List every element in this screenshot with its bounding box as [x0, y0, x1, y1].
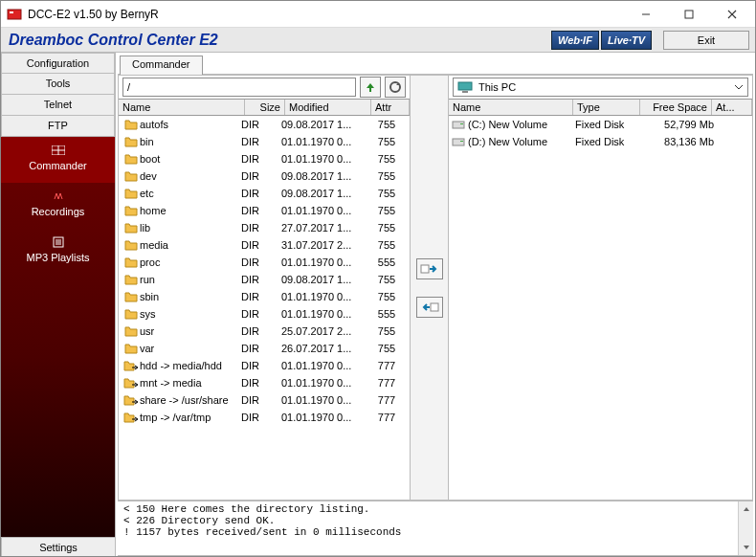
file-size: DIR — [241, 377, 281, 389]
drive-row[interactable]: (D:) New VolumeFixed Disk83,136 Mb — [449, 133, 752, 150]
file-row[interactable]: tmp -> /var/tmpDIR01.01.1970 0...777 — [119, 409, 410, 426]
maximize-button[interactable] — [667, 4, 710, 25]
drive-type: Fixed Disk — [575, 136, 642, 147]
file-row[interactable]: usrDIR25.07.2017 2...755 — [119, 323, 410, 340]
file-modified: 31.07.2017 2... — [281, 239, 367, 251]
app-icon — [7, 7, 22, 22]
file-size: DIR — [241, 412, 281, 423]
drive-row[interactable]: (C:) New VolumeFixed Disk52,799 Mb — [449, 116, 752, 133]
svg-rect-14 — [421, 265, 429, 273]
log-line: < 226 Directory send OK. — [123, 515, 747, 526]
file-name: proc — [140, 256, 241, 268]
file-size: DIR — [241, 153, 281, 165]
remote-list-header: Name Size Modified Attr — [119, 99, 410, 116]
file-size: DIR — [241, 256, 281, 268]
file-name: run — [140, 274, 241, 285]
file-name: var — [140, 343, 241, 354]
file-size: DIR — [241, 394, 281, 406]
file-row[interactable]: mnt -> mediaDIR01.01.1970 0...777 — [119, 374, 410, 391]
folder-icon — [122, 170, 140, 182]
file-attr: 755 — [367, 119, 406, 130]
file-attr: 555 — [367, 256, 406, 268]
col-name[interactable]: Name — [119, 100, 245, 115]
col-name[interactable]: Name — [449, 100, 573, 115]
recordings-icon — [1, 189, 115, 204]
close-button[interactable] — [710, 4, 753, 25]
file-name: home — [140, 205, 241, 216]
scroll-up-icon[interactable] — [739, 501, 753, 517]
pc-icon — [457, 81, 473, 93]
file-name: dev — [140, 170, 241, 182]
file-row[interactable]: sysDIR01.01.1970 0...555 — [119, 305, 410, 323]
file-row[interactable]: hdd -> media/hddDIR01.01.1970 0...777 — [119, 357, 410, 374]
drive-name: (D:) New Volume — [468, 136, 575, 147]
file-attr: 755 — [367, 343, 406, 354]
file-attr: 755 — [367, 188, 406, 199]
livetv-button[interactable]: Live·TV — [601, 31, 652, 50]
file-row[interactable]: varDIR26.07.2017 1...755 — [119, 340, 410, 357]
col-at[interactable]: At... — [712, 100, 752, 115]
sidebar-item-telnet[interactable]: Telnet — [1, 95, 115, 116]
sidebar-item-commander[interactable]: Commander — [1, 137, 115, 183]
file-row[interactable]: homeDIR01.01.1970 0...755 — [119, 202, 410, 219]
sidebar-item-tools[interactable]: Tools — [1, 74, 115, 95]
file-modified: 01.01.1970 0... — [281, 256, 367, 268]
copy-right-button[interactable] — [416, 258, 443, 279]
folder-icon — [122, 119, 140, 130]
file-name: lib — [140, 222, 241, 234]
folder-icon — [122, 274, 140, 285]
file-attr: 777 — [367, 412, 406, 423]
file-row[interactable]: procDIR01.01.1970 0...555 — [119, 254, 410, 271]
file-size: DIR — [241, 188, 281, 199]
file-row[interactable]: mediaDIR31.07.2017 2...755 — [119, 236, 410, 254]
svg-rect-19 — [460, 123, 463, 124]
file-row[interactable]: runDIR09.08.2017 1...755 — [119, 271, 410, 288]
refresh-button[interactable] — [385, 77, 406, 98]
disk-icon — [449, 136, 468, 147]
sidebar-item-ftp[interactable]: FTP — [1, 116, 115, 137]
sidebar-item-recordings[interactable]: Recordings — [1, 183, 115, 229]
file-row[interactable]: etcDIR09.08.2017 1...755 — [119, 185, 410, 202]
file-name: boot — [140, 153, 241, 165]
header: Dreamboc Control Center E2 Web·IF Live·T… — [1, 28, 755, 53]
col-free[interactable]: Free Space — [640, 100, 712, 115]
file-row[interactable]: share -> /usr/shareDIR01.01.1970 0...777 — [119, 391, 410, 409]
col-modified[interactable]: Modified — [285, 100, 371, 115]
file-row[interactable]: libDIR27.07.2017 1...755 — [119, 219, 410, 236]
file-row[interactable]: devDIR09.08.2017 1...755 — [119, 167, 410, 185]
file-size: DIR — [241, 360, 281, 371]
remote-pane: / Name Size Modified Attr autofsDIR09.08… — [119, 76, 411, 500]
window-title: DCC-E2 v1.50 by BernyR — [28, 8, 624, 21]
file-modified: 01.01.1970 0... — [281, 412, 367, 423]
sidebar-item-configuration[interactable]: Configuration — [1, 53, 115, 74]
go-up-button[interactable] — [360, 77, 381, 98]
remote-path-input[interactable]: / — [122, 78, 356, 97]
sidebar-item-label: MP3 Playlists — [26, 252, 89, 263]
sidebar-item-settings[interactable]: Settings — [1, 537, 115, 557]
file-row[interactable]: bootDIR01.01.1970 0...755 — [119, 150, 410, 167]
col-size[interactable]: Size — [245, 100, 285, 115]
file-row[interactable]: binDIR01.01.1970 0...755 — [119, 133, 410, 150]
file-modified: 01.01.1970 0... — [281, 205, 367, 216]
drive-select[interactable]: This PC — [453, 78, 748, 97]
drive-free: 83,136 Mb — [642, 136, 714, 147]
file-row[interactable]: sbinDIR01.01.1970 0...755 — [119, 288, 410, 305]
file-size: DIR — [241, 291, 281, 302]
file-row[interactable]: autofsDIR09.08.2017 1...755 — [119, 116, 410, 133]
tab-commander[interactable]: Commander — [120, 56, 203, 75]
drive-select-label: This PC — [478, 81, 516, 93]
col-attr[interactable]: Attr — [371, 100, 410, 115]
exit-button[interactable]: Exit — [663, 31, 749, 50]
col-type[interactable]: Type — [573, 100, 640, 115]
minimize-button[interactable] — [624, 4, 667, 25]
copy-left-button[interactable] — [416, 297, 443, 318]
local-drive-list[interactable]: (C:) New VolumeFixed Disk52,799 Mb(D:) N… — [449, 116, 752, 500]
svg-rect-17 — [462, 91, 468, 93]
webif-button[interactable]: Web·IF — [551, 31, 599, 50]
scroll-down-icon[interactable] — [739, 540, 753, 555]
sidebar-item-mp3[interactable]: MP3 Playlists — [1, 229, 115, 275]
log-pane: < 150 Here comes the directory listing. … — [118, 501, 753, 556]
file-attr: 555 — [367, 308, 406, 320]
log-scrollbar[interactable] — [738, 501, 753, 555]
remote-file-list[interactable]: autofsDIR09.08.2017 1...755binDIR01.01.1… — [119, 116, 410, 500]
